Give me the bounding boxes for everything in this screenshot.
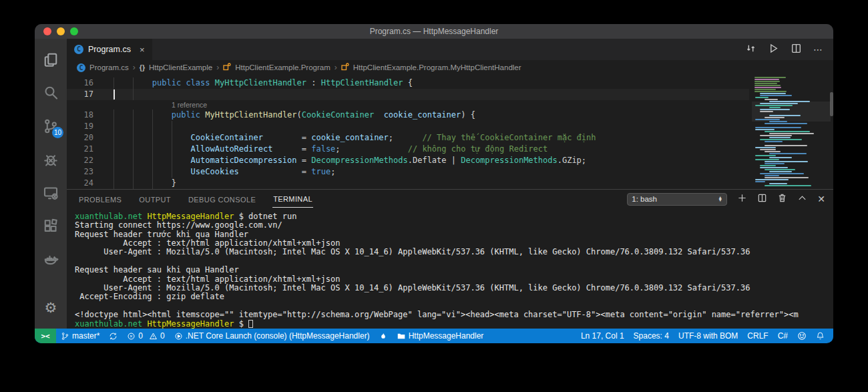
tab-label: Program.cs [88,45,131,54]
encoding[interactable]: UTF-8 with BOM [674,329,742,343]
warning-count: 0 [160,331,165,341]
indent-guide [152,166,153,178]
extensions-icon[interactable] [35,210,67,243]
scm-badge: 10 [52,127,63,138]
source-control-icon[interactable]: 10 [35,110,67,143]
code-line-16[interactable]: 16 public class MyHttpClientHandler : Ht… [67,77,749,89]
code-line-21[interactable]: 21 AllowAutoRedirect = false; // không c… [67,144,749,155]
window-title: Program.cs — HttpMessageHandler [35,27,833,36]
indent-guide [172,155,172,166]
remote-indicator[interactable]: >< [35,329,56,343]
indent-guide [172,132,172,144]
indent-guide [172,121,172,132]
split-editor-icon[interactable] [791,43,802,57]
open-changes-icon[interactable] [745,43,756,57]
indent-guide [152,155,153,166]
indent-guide [133,144,134,155]
title-bar[interactable]: Program.cs — HttpMessageHandler [35,24,833,39]
minimize-window-button[interactable] [57,27,65,35]
terminal-line: Starting connect https://www.google.com.… [75,221,833,230]
folder-label: HttpMessageHandler [409,331,484,341]
text-cursor [114,89,115,100]
terminal-line: User-Agent : Mozilla/5.0 (Macintosh; Int… [75,284,833,292]
line-number: 23 [67,166,93,178]
minimap[interactable] [752,75,831,189]
indent-guide [133,155,134,166]
explorer-icon[interactable] [35,43,67,76]
tab-debug-console[interactable]: DEBUG CONSOLE [188,191,256,208]
breadcrumb-member[interactable]: HttpClientExample.Program.MyHttpClientHa… [353,63,521,71]
code-line-18[interactable]: 18 public MyHttpClientHandler(CookieCont… [67,110,749,121]
csharp-file-icon: C [77,63,85,72]
vscode-window: Program.cs — HttpMessageHandler 10 [35,24,833,343]
breadcrumb-namespace[interactable]: HttpClientExample [149,63,212,71]
git-branch-item[interactable]: master* [56,329,104,343]
line-number: 16 [67,77,93,89]
code-line-20[interactable]: 20 CookieContainer = cookie_container; /… [67,132,749,144]
eol-sequence[interactable]: CRLF [742,329,773,343]
kill-terminal-icon[interactable] [777,193,787,206]
codelens-references[interactable]: 1 reference [67,100,749,110]
breadcrumb-class[interactable]: HttpClientExample.Program [235,63,331,71]
more-actions-icon[interactable]: ⋯ [813,44,823,55]
terminal-select[interactable]: 1: bash ▲▼ [627,193,727,206]
debug-launch-item[interactable]: .NET Core Launch (console) (HttpMessageH… [170,329,375,343]
code-editor[interactable]: 16 public class MyHttpClientHandler : Ht… [67,75,833,189]
indent-guide [152,132,153,144]
branch-name: master* [72,331,99,341]
indent-guide [133,166,134,178]
line-number: 19 [67,121,93,132]
branch-icon [61,332,69,341]
split-terminal-icon[interactable] [757,193,767,206]
terminal-output[interactable]: xuanthulab.net HttpMessageHandler $ dotn… [67,209,833,329]
terminal-line [75,257,833,266]
flame-item[interactable] [375,329,392,343]
indent-guide [114,132,114,144]
breadcrumb-file[interactable]: Program.cs [89,63,129,71]
search-icon[interactable] [35,76,67,110]
tab-output[interactable]: OUTPUT [138,191,172,208]
maximize-panel-icon[interactable] [797,193,807,206]
remote-explorer-icon[interactable] [35,176,67,210]
feedback-smiley-icon[interactable] [793,329,811,343]
line-number: 20 [67,132,93,144]
indent-guide [133,121,134,132]
debug-config-label: .NET Core Launch (console) (HttpMessageH… [186,331,370,341]
editor-scrollbar[interactable] [830,92,833,116]
cursor-position[interactable]: Ln 17, Col 1 [576,329,629,343]
problems-item[interactable]: 0 0 [122,329,169,343]
code-line-23[interactable]: 23 UseCookies = true; [67,166,749,178]
indent-guide [152,144,153,155]
class-icon [223,63,231,72]
csharp-file-icon: C [74,45,83,54]
indent-guide [114,144,114,155]
new-terminal-icon[interactable] [737,193,747,206]
run-icon[interactable] [768,43,779,57]
indent-guide [133,89,134,100]
code-line-22[interactable]: 22 AutomaticDecompression = Decompressio… [67,155,749,166]
panel-header: PROBLEMS OUTPUT DEBUG CONSOLE TERMINAL 1… [67,190,833,209]
tab-problems[interactable]: PROBLEMS [78,191,122,208]
close-panel-icon[interactable]: ✕ [817,194,825,204]
terminal-line: Request header trước khi qua Handler [75,230,833,239]
indent-guide [172,166,172,178]
folder-item[interactable]: HttpMessageHandler [392,329,489,343]
code-line-24[interactable]: 24 } [67,178,749,189]
docker-icon[interactable] [35,243,67,276]
zoom-window-button[interactable] [70,27,78,35]
notifications-bell-icon[interactable] [811,329,829,343]
tab-terminal[interactable]: TERMINAL [272,190,313,208]
code-line-19[interactable]: 19 [67,121,749,132]
terminal-select-value: 1: bash [632,195,657,203]
sync-item[interactable] [104,329,122,343]
indent-guide [114,178,114,189]
language-mode[interactable]: C# [773,329,793,343]
indentation[interactable]: Spaces: 4 [629,329,674,343]
tab-close-icon[interactable]: × [140,45,145,55]
code-line-17[interactable]: 17 [67,89,749,100]
debug-icon[interactable] [35,143,67,176]
close-window-button[interactable] [43,27,51,35]
gear-icon[interactable]: ⚙ [35,291,67,325]
indent-guide [114,155,114,166]
tab-program-cs[interactable]: C Program.cs × [67,39,153,60]
